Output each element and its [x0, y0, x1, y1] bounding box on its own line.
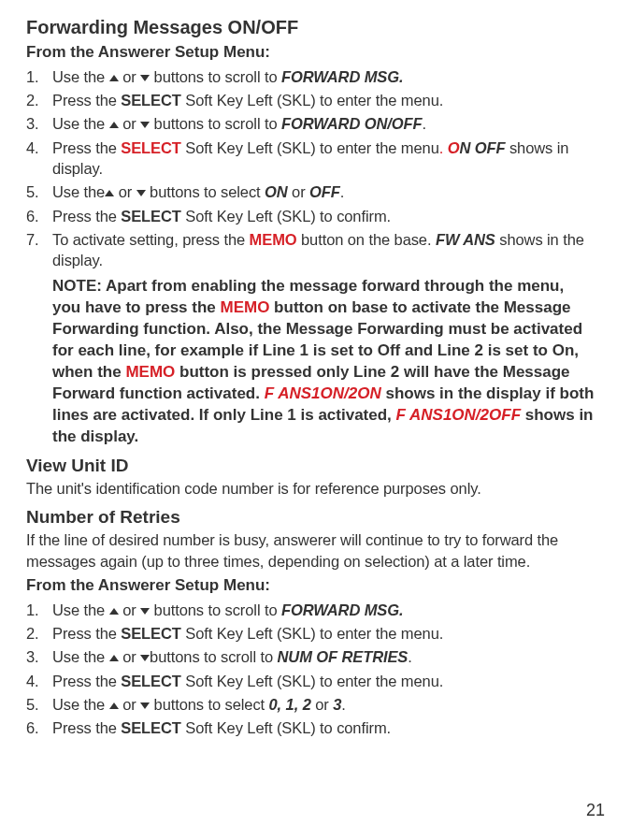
key-label: SELECT	[121, 673, 181, 689]
section-subtitle-1: From the Answerer Setup Menu:	[26, 42, 605, 64]
step-num: 4.	[26, 671, 39, 691]
down-arrow-icon	[140, 655, 150, 661]
down-arrow-icon	[140, 608, 150, 615]
step-2-4: 4. Press the SELECT Soft Key Left (SKL) …	[26, 671, 605, 691]
step-text: or	[119, 696, 140, 713]
step-text: or	[311, 696, 333, 713]
step-num: 7.	[26, 229, 39, 250]
display-label: N OFF	[459, 139, 505, 156]
up-arrow-icon	[109, 75, 119, 81]
step-2-5: 5. Use the or buttons to select 0, 1, 2 …	[26, 694, 605, 715]
target-label: ON	[265, 183, 288, 200]
down-arrow-icon	[136, 190, 146, 196]
step-text: Soft Key Left (SKL) to enter the menu.	[181, 673, 443, 689]
section-body-retries: If the line of desired number is busy, a…	[26, 529, 605, 572]
step-text: or	[119, 115, 140, 132]
up-arrow-icon	[109, 122, 119, 128]
target-label: 3	[333, 696, 341, 713]
step-text: Soft Key Left (SKL) to enter the menu.	[181, 92, 443, 109]
display-label: FW ANS	[436, 231, 495, 248]
target-label: 0, 1, 2	[269, 696, 311, 713]
step-1-3: 3. Use the or buttons to scroll to FORWA…	[26, 113, 605, 134]
step-num: 2.	[26, 90, 39, 110]
key-label: MEMO	[250, 231, 297, 248]
step-text: Soft Key Left (SKL) to confirm.	[181, 208, 391, 224]
step-text: .	[341, 696, 345, 713]
step-num: 6.	[26, 717, 39, 738]
step-text: or	[114, 183, 136, 200]
up-arrow-icon	[109, 702, 119, 709]
note-block: NOTE: Apart from enabling the message fo…	[26, 276, 605, 448]
display-label: O	[448, 139, 460, 156]
step-text: button on the base.	[297, 231, 436, 248]
step-1-2: 2. Press the SELECT Soft Key Left (SKL) …	[26, 90, 605, 110]
step-num: 2.	[26, 623, 39, 644]
step-num: 1.	[26, 66, 39, 87]
step-text: Use the	[52, 183, 105, 200]
step-1-1: 1. Use the or buttons to scroll to FORWA…	[26, 66, 605, 87]
step-text: Use the	[52, 601, 109, 618]
step-text: Press the	[52, 208, 121, 224]
step-num: 6.	[26, 206, 39, 226]
page-number: 21	[586, 799, 605, 821]
step-text: buttons to scroll to	[150, 648, 277, 665]
step-text: Press the	[52, 625, 121, 642]
target-label: FORWARD MSG.	[281, 68, 404, 85]
section-title-retries: Number of Retries	[26, 505, 605, 529]
step-text: .	[422, 115, 425, 132]
step-num: 5.	[26, 181, 39, 202]
step-text: buttons to scroll to	[150, 601, 281, 618]
step-num: 3.	[26, 646, 39, 667]
step-text: Soft Key Left (SKL) to enter the menu.	[181, 625, 443, 642]
step-num: 5.	[26, 694, 39, 715]
step-text: Press the	[52, 673, 121, 689]
section-title-viewunit: View Unit ID	[26, 454, 605, 478]
step-1-6: 6. Press the SELECT Soft Key Left (SKL) …	[26, 206, 605, 226]
step-2-2: 2. Press the SELECT Soft Key Left (SKL) …	[26, 623, 605, 644]
steps-list-1: 1. Use the or buttons to scroll to FORWA…	[26, 66, 605, 270]
step-num: 3.	[26, 113, 39, 134]
step-text: buttons to scroll to	[150, 115, 281, 132]
section-title-forwarding: Forwarding Messages ON/OFF	[26, 15, 605, 40]
note-red: F ANS1ON/2ON	[265, 384, 381, 402]
up-arrow-icon	[109, 608, 119, 615]
steps-list-2: 1. Use the or buttons to scroll to FORWA…	[26, 600, 605, 739]
step-text: Soft Key Left (SKL) to confirm.	[181, 719, 391, 736]
section-body-viewunit: The unit's identification code number is…	[26, 478, 605, 499]
step-text: buttons to select	[146, 183, 265, 200]
step-text: or	[288, 183, 309, 200]
step-text: Use the	[52, 696, 109, 713]
step-text: Use the	[52, 648, 109, 665]
step-text: or	[119, 648, 140, 665]
down-arrow-icon	[140, 75, 150, 81]
step-num: 1.	[26, 600, 39, 620]
target-label: NUM OF RETRIES	[278, 648, 409, 665]
step-text: Press the	[52, 92, 121, 109]
step-text: .	[408, 648, 411, 665]
step-text: Use the	[52, 68, 109, 85]
up-arrow-icon	[105, 190, 114, 196]
up-arrow-icon	[109, 655, 119, 661]
down-arrow-icon	[140, 702, 150, 709]
step-num: 4.	[26, 138, 39, 158]
step-text: Soft Key Left (SKL) to enter the menu	[181, 139, 439, 156]
step-2-3: 3. Use the or buttons to scroll to NUM O…	[26, 646, 605, 667]
key-label: SELECT	[121, 92, 181, 109]
step-text: or	[119, 601, 140, 618]
section-subtitle-2: From the Answerer Setup Menu:	[26, 575, 605, 597]
step-text: .	[340, 183, 344, 200]
key-label: SELECT	[121, 208, 181, 224]
note-red: MEMO	[125, 363, 175, 381]
step-text: buttons to select	[150, 696, 268, 713]
step-text: Press the	[52, 719, 121, 736]
step-2-6: 6. Press the SELECT Soft Key Left (SKL) …	[26, 717, 605, 738]
step-1-7: 7. To activate setting, press the MEMO b…	[26, 229, 605, 271]
step-2-1: 1. Use the or buttons to scroll to FORWA…	[26, 600, 605, 620]
target-label: OFF	[309, 183, 340, 200]
step-text: buttons to scroll to	[150, 68, 281, 85]
target-label: FORWARD MSG.	[281, 601, 404, 618]
note-red: MEMO	[221, 298, 270, 316]
step-text: To activate setting, press the	[52, 231, 250, 248]
step-text: or	[119, 68, 140, 85]
key-label: SELECT	[121, 625, 181, 642]
